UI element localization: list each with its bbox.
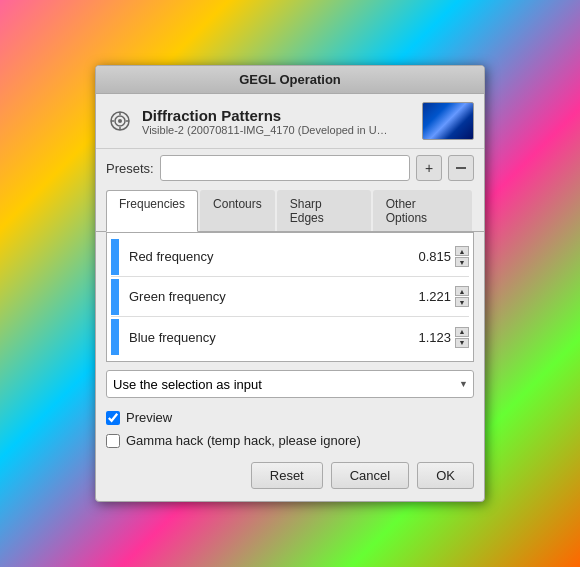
presets-label: Presets: (106, 161, 154, 176)
freq-label-red: Red frequency (125, 249, 418, 264)
header-text: Diffraction Patterns Visible-2 (20070811… (142, 107, 414, 136)
gamma-hack-checkbox[interactable] (106, 434, 120, 448)
freq-spinners-red: ▲ ▼ (455, 246, 469, 267)
freq-value-blue: 1.123 (418, 330, 451, 345)
preview-label[interactable]: Preview (126, 410, 172, 425)
freq-down-red[interactable]: ▼ (455, 257, 469, 267)
tab-other-options[interactable]: Other Options (373, 190, 472, 231)
preview-checkbox[interactable] (106, 411, 120, 425)
freq-row-blue: Blue frequency 1.123 ▲ ▼ (111, 317, 469, 357)
freq-up-green[interactable]: ▲ (455, 286, 469, 296)
titlebar: GEGL Operation (96, 66, 484, 94)
freq-up-blue[interactable]: ▲ (455, 327, 469, 337)
reset-button[interactable]: Reset (251, 462, 323, 489)
freq-up-red[interactable]: ▲ (455, 246, 469, 256)
presets-remove-button[interactable] (448, 155, 474, 181)
header: Diffraction Patterns Visible-2 (20070811… (96, 94, 484, 149)
selection-dropdown-wrapper: Use the selection as input (106, 370, 474, 398)
svg-rect-7 (456, 167, 466, 169)
plugin-title: Diffraction Patterns (142, 107, 414, 124)
tab-contours[interactable]: Contours (200, 190, 275, 231)
freq-bar-red (111, 239, 119, 275)
ok-button[interactable]: OK (417, 462, 474, 489)
plugin-icon (106, 107, 134, 135)
preview-row: Preview (96, 406, 484, 429)
freq-row-green: Green frequency 1.221 ▲ ▼ (111, 277, 469, 317)
tab-frequencies[interactable]: Frequencies (106, 190, 198, 232)
freq-bar-green (111, 279, 119, 315)
gamma-hack-row: Gamma hack (temp hack, please ignore) (96, 429, 484, 452)
tab-content-frequencies: Red frequency 0.815 ▲ ▼ Green frequency … (106, 232, 474, 362)
tab-sharp-edges[interactable]: Sharp Edges (277, 190, 371, 231)
presets-dropdown[interactable] (160, 155, 410, 181)
freq-value-green: 1.221 (418, 289, 451, 304)
dialog-title: GEGL Operation (239, 72, 341, 87)
freq-bar-blue (111, 319, 119, 355)
freq-spinners-green: ▲ ▼ (455, 286, 469, 307)
tabs-bar: Frequencies Contours Sharp Edges Other O… (96, 187, 484, 232)
svg-point-2 (118, 119, 122, 123)
gamma-hack-label[interactable]: Gamma hack (temp hack, please ignore) (126, 433, 361, 448)
plugin-subtitle: Visible-2 (20070811-IMG_4170 (Developed … (142, 124, 392, 136)
buttons-row: Reset Cancel OK (96, 452, 484, 501)
freq-row-red: Red frequency 0.815 ▲ ▼ (111, 237, 469, 277)
selection-dropdown[interactable]: Use the selection as input (106, 370, 474, 398)
freq-down-green[interactable]: ▼ (455, 297, 469, 307)
cancel-button[interactable]: Cancel (331, 462, 409, 489)
freq-label-blue: Blue frequency (125, 330, 418, 345)
freq-value-red: 0.815 (418, 249, 451, 264)
presets-add-button[interactable]: + (416, 155, 442, 181)
selection-dropdown-row: Use the selection as input (96, 362, 484, 406)
freq-label-green: Green frequency (125, 289, 418, 304)
presets-row: Presets: + (96, 149, 484, 187)
dialog-window: GEGL Operation Diffraction Patterns Visi… (95, 65, 485, 502)
freq-spinners-blue: ▲ ▼ (455, 327, 469, 348)
freq-down-blue[interactable]: ▼ (455, 338, 469, 348)
image-thumbnail (422, 102, 474, 140)
